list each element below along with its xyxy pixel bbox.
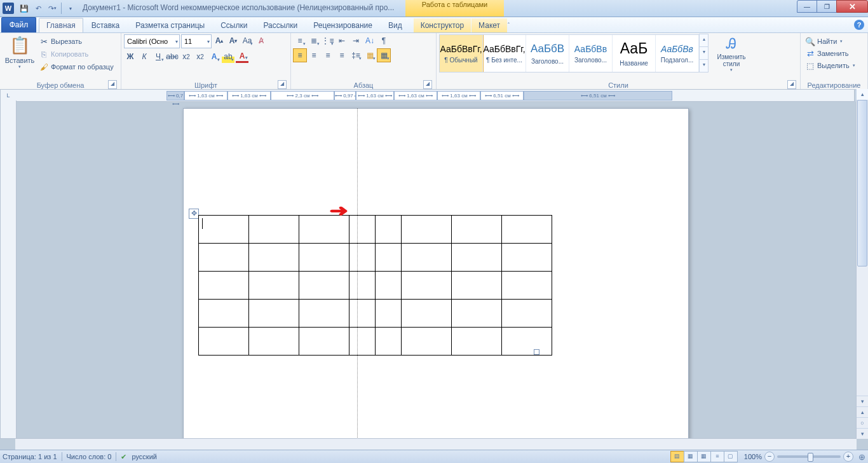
copy-button[interactable]: ⎘Копировать	[37, 48, 116, 60]
italic-button[interactable]: К	[138, 50, 151, 63]
format-painter-button[interactable]: 🖌Формат по образцу	[37, 61, 116, 73]
text-effects-button[interactable]: A▾	[208, 50, 220, 63]
proofing-icon[interactable]: ✔	[121, 453, 126, 461]
help-icon[interactable]: ?	[854, 20, 864, 30]
zoom-out[interactable]: −	[764, 452, 775, 462]
font-size-combo[interactable]: 11▾	[181, 34, 212, 48]
insert-tab[interactable]: Вставка	[84, 18, 128, 32]
zoom-slider[interactable]	[777, 455, 841, 458]
horizontal-scrollbar[interactable]	[15, 438, 857, 450]
change-case-button[interactable]: Aa▾	[241, 34, 254, 47]
gallery-scroll[interactable]: ▴▾▾	[700, 34, 709, 73]
paragraph-group: ≡▾ ≣▾ ⋮≡▾ ⇤ ⇥ A↓ ¶ ≡ ≡ ≡ ≡ ‡≡▾ ▦▾ ▦▾ Абз…	[291, 33, 437, 90]
zoom-thumb[interactable]	[808, 453, 813, 462]
subscript-button[interactable]: x2	[180, 50, 193, 63]
style-item[interactable]: АаБбВвГг,¶ Обычный	[440, 35, 483, 72]
bold-button[interactable]: Ж	[124, 50, 137, 63]
print-layout-view[interactable]: ▤	[670, 451, 684, 462]
paragraph-launcher[interactable]: ◢	[423, 80, 432, 89]
numbering-button[interactable]: ≣▾	[308, 34, 320, 47]
styles-gallery[interactable]: АаБбВвГг,¶ ОбычныйАаБбВвГг,¶ Без инте...…	[439, 34, 700, 73]
ruler-corner[interactable]: L	[0, 89, 17, 102]
next-page-nav[interactable]: ▾	[857, 428, 868, 439]
references-tab[interactable]: Ссылки	[213, 18, 255, 32]
scroll-thumb[interactable]	[857, 100, 867, 266]
close-button[interactable]: ✕	[836, 0, 868, 13]
fullscreen-view[interactable]: ▦	[684, 451, 698, 462]
workspace: L ⟷ 0,7 ⟷⟷ 1,63 см ⟷⟷ 1,63 см ⟷⟷ 2,3 см …	[0, 89, 868, 450]
underline-button[interactable]: Ч▾	[152, 50, 165, 63]
paste-button[interactable]: 📋 Вставить ▾	[3, 34, 37, 73]
outline-view[interactable]: ≡	[710, 451, 724, 462]
style-item[interactable]: АаБНазвание	[613, 35, 656, 72]
line-spacing-button[interactable]: ‡≡▾	[349, 49, 362, 62]
sort-button[interactable]: A↓	[363, 34, 376, 47]
style-item[interactable]: АаБбВвПодзагол...	[656, 35, 699, 72]
horizontal-ruler[interactable]: ⟷ 0,7 ⟷⟷ 1,63 см ⟷⟷ 1,63 см ⟷⟷ 2,3 см ⟷⟷…	[15, 89, 855, 102]
page-status[interactable]: Страница: 1 из 1	[3, 453, 57, 460]
align-right-button[interactable]: ≡	[322, 49, 334, 62]
superscript-button[interactable]: x2	[194, 50, 207, 63]
highlight-button[interactable]: ab▾	[222, 50, 234, 63]
show-marks-button[interactable]: ¶	[377, 34, 390, 47]
clipboard-launcher[interactable]: ◢	[108, 80, 117, 89]
select-button[interactable]: ⬚Выделить▾	[803, 60, 865, 71]
word-count[interactable]: Число слов: 0	[67, 453, 112, 460]
view-tab[interactable]: Вид	[381, 18, 410, 32]
save-button[interactable]: 💾	[18, 2, 31, 15]
table-design-tab[interactable]: Конструктор	[414, 18, 471, 32]
web-view[interactable]: ▦	[697, 451, 711, 462]
minimize-button[interactable]: —	[797, 0, 817, 13]
change-styles-icon: Ꭿ	[726, 36, 736, 52]
scroll-up[interactable]: ▴	[856, 89, 868, 100]
zoom-fit[interactable]: ⊕	[858, 452, 865, 462]
draft-view[interactable]: ▢	[724, 451, 738, 462]
change-styles-button[interactable]: Ꭿ Изменить стили ▾	[711, 34, 752, 73]
home-tab[interactable]: Главная	[39, 18, 83, 32]
table-move-handle[interactable]: ✥	[189, 209, 199, 219]
grow-font-button[interactable]: A▴	[213, 34, 226, 47]
strikethrough-button[interactable]: abc	[166, 50, 179, 63]
document-table[interactable]	[198, 215, 552, 356]
redo-button[interactable]: ↷▾	[46, 2, 58, 15]
decrease-indent-button[interactable]: ⇤	[336, 34, 348, 47]
file-tab[interactable]: Файл	[1, 17, 36, 32]
align-left-button[interactable]: ≡	[294, 49, 306, 62]
zoom-in[interactable]: +	[843, 452, 853, 462]
cut-button[interactable]: ✂Вырезать	[37, 36, 116, 47]
style-item[interactable]: АаБбВЗаголово...	[526, 35, 569, 72]
style-item[interactable]: АаБбВвЗаголово...	[569, 35, 613, 72]
mailings-tab[interactable]: Рассылки	[255, 18, 305, 32]
font-color-button[interactable]: A▾	[236, 50, 248, 63]
shading-button[interactable]: ▦▾	[363, 49, 376, 62]
multilevel-button[interactable]: ⋮≡▾	[322, 34, 334, 47]
restore-button[interactable]: ❐	[817, 0, 837, 13]
clear-formatting-button[interactable]: A̷	[255, 34, 268, 47]
styles-launcher[interactable]: ◢	[787, 80, 796, 89]
increase-indent-button[interactable]: ⇥	[349, 34, 362, 47]
browse-object[interactable]: ○	[857, 417, 868, 428]
qat-customize[interactable]: ▾	[64, 2, 77, 15]
language-status[interactable]: русский	[132, 453, 156, 460]
bullets-button[interactable]: ≡▾	[294, 34, 306, 47]
page-layout-tab[interactable]: Разметка страницы	[128, 18, 212, 32]
prev-page-nav[interactable]: ▴	[857, 406, 868, 417]
font-launcher[interactable]: ◢	[278, 80, 287, 89]
review-tab[interactable]: Рецензирование	[306, 18, 380, 32]
table-resize-handle[interactable]	[534, 349, 539, 355]
align-center-button[interactable]: ≡	[308, 49, 320, 62]
justify-button[interactable]: ≡	[336, 49, 348, 62]
vertical-ruler[interactable]	[0, 100, 17, 439]
borders-button[interactable]: ▦▾	[377, 49, 390, 62]
style-item[interactable]: АаБбВвГг,¶ Без инте...	[483, 35, 526, 72]
font-name-combo[interactable]: Calibri (Осно▾	[124, 34, 180, 48]
find-button[interactable]: 🔍Найти▾	[803, 36, 865, 47]
table-layout-tab[interactable]: Макет	[471, 18, 507, 32]
zoom-level[interactable]: 100%	[744, 453, 762, 460]
minimize-ribbon[interactable]: ˆ	[508, 22, 510, 28]
replace-button[interactable]: ⇄Заменить	[803, 48, 865, 59]
undo-button[interactable]: ↶	[32, 2, 44, 15]
shrink-font-button[interactable]: A▾	[227, 34, 240, 47]
scroll-down[interactable]: ▾	[857, 396, 868, 406]
vertical-scrollbar[interactable]: ▴ ▾ ▴ ○ ▾	[856, 89, 868, 439]
